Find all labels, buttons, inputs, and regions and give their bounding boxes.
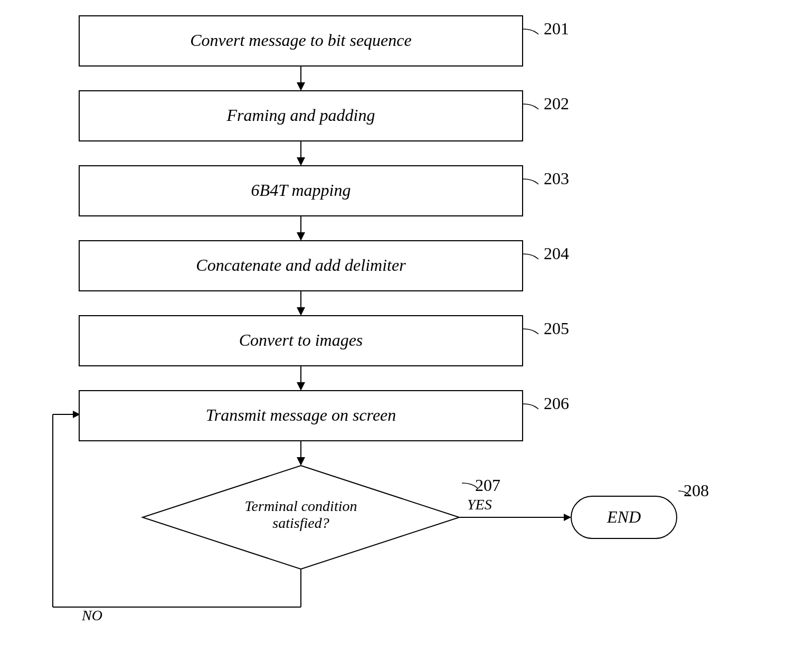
step-201-number: 201 <box>544 19 569 38</box>
step-207-number: 207 <box>475 476 500 495</box>
flowchart-diagram: Convert message to bit sequence 201 Fram… <box>0 0 805 672</box>
step-207-label-line2: satisfied? <box>272 515 329 531</box>
svg-marker-15 <box>564 514 571 521</box>
step-206-number: 206 <box>544 394 569 413</box>
step-205-number: 205 <box>544 319 569 338</box>
step-204-label: Concatenate and add delimiter <box>196 255 406 275</box>
svg-marker-1 <box>297 82 305 91</box>
svg-marker-5 <box>297 232 305 241</box>
no-label: NO <box>81 607 102 623</box>
step-202-number: 202 <box>544 94 569 113</box>
yes-label: YES <box>467 496 492 513</box>
step-207-label-line1: Terminal condition <box>245 498 357 514</box>
svg-marker-9 <box>297 382 305 391</box>
step-202-label: Framing and padding <box>226 106 375 125</box>
svg-marker-13 <box>297 457 305 466</box>
step-208-number: 208 <box>684 481 709 500</box>
step-208-label: END <box>607 507 641 526</box>
step-206-label: Transmit message on screen <box>206 405 396 424</box>
step-204-number: 204 <box>544 244 569 263</box>
step-201-label: Convert message to bit sequence <box>190 31 411 50</box>
step-203-label: 6B4T mapping <box>251 181 351 200</box>
svg-marker-7 <box>297 307 305 316</box>
svg-marker-3 <box>297 157 305 166</box>
step-205-label: Convert to images <box>239 330 363 349</box>
step-203-number: 203 <box>544 169 569 188</box>
